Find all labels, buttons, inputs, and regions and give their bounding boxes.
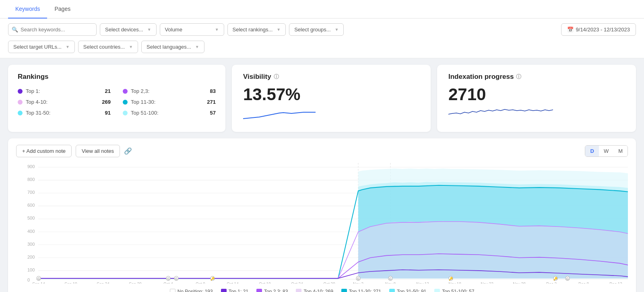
label-top1130: Top 11-30:: [131, 99, 155, 105]
svg-text:800: 800: [27, 177, 35, 182]
rankings-label: Select rankings...: [233, 27, 273, 33]
period-week-button[interactable]: W: [599, 146, 613, 156]
svg-text:200: 200: [27, 255, 35, 259]
value-top3150: 91: [105, 110, 111, 116]
legend-top3150: Top 31-50: 91: [389, 289, 426, 292]
groups-caret: ▼: [335, 27, 339, 32]
period-day-button[interactable]: D: [585, 146, 599, 156]
indexation-info-icon[interactable]: ⓘ: [516, 73, 521, 80]
svg-text:Sep 14: Sep 14: [32, 282, 45, 284]
svg-text:G: G: [357, 277, 359, 281]
legend-top1: Top 1: 21: [221, 289, 248, 292]
rankings-caret: ▼: [277, 27, 281, 32]
svg-text:G: G: [389, 277, 392, 281]
indexation-title: Indexation progress ⓘ: [448, 73, 625, 81]
rankings-filter[interactable]: Select rankings... ▼: [227, 23, 286, 36]
chart-wrap: 900 800 700 600 500 400 300 200 100 0: [16, 163, 628, 285]
label-top51100: Top 51-100:: [131, 110, 159, 116]
indexation-value: 2710: [448, 85, 625, 104]
chart-legend: No Position: 193 Top 1: 21 Top 2,3: 83 T…: [16, 289, 628, 292]
svg-text:Oct 9: Oct 9: [196, 282, 205, 284]
rankings-card: Rankings Top 1: 21 Top 2,3:: [8, 65, 225, 132]
svg-text:400: 400: [27, 228, 35, 233]
visibility-info-icon[interactable]: ⓘ: [274, 73, 279, 80]
languages-filter[interactable]: Select languages... ▼: [141, 41, 204, 53]
groups-filter[interactable]: Select groups... ▼: [289, 23, 344, 36]
main-content: Rankings Top 1: 21 Top 2,3:: [0, 58, 644, 292]
devices-filter[interactable]: Select devices... ▼: [100, 23, 157, 36]
tab-pages[interactable]: Pages: [47, 0, 78, 19]
filter-row-2: Select target URLs... ▼ Select countries…: [8, 41, 636, 53]
svg-text:Dec 8: Dec 8: [578, 282, 589, 284]
app-container: Keywords Pages 🔍 Select devices... ▼ Vol…: [0, 0, 644, 292]
svg-text:🔑: 🔑: [449, 277, 453, 281]
ranking-top1: Top 1: 21: [18, 87, 111, 95]
visibility-sparkline-svg: [243, 107, 316, 123]
svg-text:Oct 14: Oct 14: [227, 282, 239, 284]
indexation-card: Indexation progress ⓘ 2710: [437, 65, 636, 132]
legend-top1130: Top 11-30: 271: [341, 289, 381, 292]
volume-caret: ▼: [215, 27, 219, 32]
ranking-top3150: Top 31-50: 91: [18, 109, 111, 117]
ranking-top51100: Top 51-100: 57: [123, 109, 216, 117]
view-all-notes-button[interactable]: View all notes: [76, 145, 120, 157]
svg-text:Oct 19: Oct 19: [259, 282, 271, 284]
ranking-top23: Top 2,3: 83: [123, 87, 216, 95]
svg-text:100: 100: [27, 267, 35, 272]
visibility-title: Visibility ⓘ: [243, 73, 419, 81]
search-input[interactable]: [8, 23, 97, 36]
svg-text:Nov 3: Nov 3: [353, 282, 363, 284]
period-month-button[interactable]: M: [613, 146, 627, 156]
value-top51100: 57: [210, 110, 216, 116]
filters-section: 🔍 Select devices... ▼ Volume ▼ Select ra…: [0, 19, 644, 58]
devices-label: Select devices...: [105, 27, 143, 33]
target-urls-label: Select target URLs...: [13, 44, 62, 50]
rankings-title: Rankings: [18, 73, 216, 81]
chart-section: + Add custom note View all notes 🔗 D W M…: [8, 138, 636, 292]
svg-text:Oct 29: Oct 29: [323, 282, 335, 284]
calendar-icon: 📅: [567, 27, 574, 33]
languages-label: Select languages...: [147, 44, 191, 50]
target-urls-filter[interactable]: Select target URLs... ▼: [8, 41, 75, 53]
add-custom-note-button[interactable]: + Add custom note: [16, 145, 72, 157]
svg-text:Nov 18: Nov 18: [448, 282, 461, 284]
tabs-bar: Keywords Pages: [0, 0, 644, 19]
dot-top51100: [123, 111, 128, 115]
date-range-label: 9/14/2023 - 12/13/2023: [576, 27, 630, 33]
countries-filter[interactable]: Select countries... ▼: [78, 41, 138, 53]
svg-text:Nov 13: Nov 13: [416, 282, 429, 284]
dot-top1130: [123, 100, 128, 105]
devices-caret: ▼: [147, 27, 151, 32]
visibility-card: Visibility ⓘ 13.57%: [232, 65, 431, 132]
main-chart-svg: 900 800 700 600 500 400 300 200 100 0: [16, 163, 628, 284]
dot-top410: [18, 100, 23, 105]
svg-text:600: 600: [27, 203, 35, 208]
volume-filter[interactable]: Volume ▼: [160, 23, 224, 36]
legend-no-position: No Position: 193: [170, 289, 213, 292]
ranking-top1130: Top 11-30: 271: [123, 98, 216, 106]
svg-text:300: 300: [27, 241, 35, 246]
svg-text:Sep 24: Sep 24: [97, 282, 109, 284]
pin-icon[interactable]: 🔗: [124, 147, 132, 155]
svg-text:0: 0: [27, 277, 30, 282]
filter-row-1: 🔍 Select devices... ▼ Volume ▼ Select ra…: [8, 23, 636, 36]
value-top23: 83: [210, 88, 216, 94]
label-top3150: Top 31-50:: [26, 110, 50, 116]
svg-text:900: 900: [27, 164, 35, 169]
visibility-value: 13.57%: [243, 85, 419, 104]
chart-controls: + Add custom note View all notes 🔗 D W M: [16, 145, 628, 157]
label-top410: Top 4-10:: [26, 99, 47, 105]
svg-text:Sep 29: Sep 29: [129, 282, 142, 284]
legend-top23: Top 2,3: 83: [256, 289, 288, 292]
dot-top3150: [18, 111, 23, 115]
visibility-sparkline: [243, 107, 419, 124]
svg-text:G: G: [175, 277, 178, 281]
countries-caret: ▼: [129, 45, 133, 49]
svg-text:Oct 4: Oct 4: [163, 282, 173, 284]
dot-top23: [123, 89, 128, 94]
value-top1130: 271: [207, 99, 216, 105]
svg-text:500: 500: [27, 216, 35, 220]
date-range-filter[interactable]: 📅 9/14/2023 - 12/13/2023: [561, 23, 636, 36]
svg-text:🔑: 🔑: [211, 277, 215, 281]
tab-keywords[interactable]: Keywords: [8, 0, 47, 19]
